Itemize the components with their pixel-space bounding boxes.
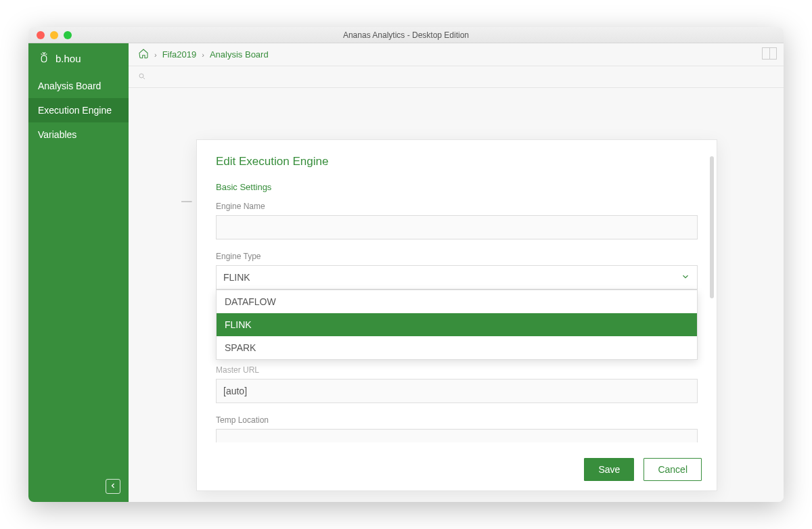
titlebar: Ananas Analytics - Desktop Edition [28, 27, 784, 43]
engine-name-label: Engine Name [216, 202, 698, 211]
pineapple-icon [38, 51, 50, 66]
sidebar-header[interactable]: b.hou [28, 43, 129, 74]
chevron-left-icon [109, 480, 117, 492]
below-dropdown: Master URL Temp Location [216, 365, 698, 442]
sidebar-collapse-button[interactable] [106, 479, 120, 494]
layout-toggle[interactable] [762, 47, 777, 60]
breadcrumb-item-page[interactable]: Analysis Board [210, 49, 269, 60]
maximize-window-button[interactable] [64, 31, 72, 39]
engine-type-select[interactable]: FLINK [216, 265, 698, 290]
option-label: FLINK [225, 319, 252, 330]
breadcrumb: › Fifa2019 › Analysis Board [129, 43, 784, 66]
option-label: DATAFLOW [225, 296, 276, 307]
sidebar-item-label: Execution Engine [38, 105, 112, 116]
close-window-button[interactable] [37, 31, 45, 39]
chevron-down-icon [681, 272, 690, 283]
breadcrumb-sep: › [202, 51, 204, 59]
modal-body: Edit Execution Engine Basic Settings Eng… [197, 140, 717, 448]
engine-type-option-dataflow[interactable]: DATAFLOW [217, 290, 697, 313]
cancel-button-label: Cancel [658, 464, 687, 475]
modal-title: Edit Execution Engine [216, 155, 698, 168]
svg-point-0 [139, 74, 143, 78]
content: – Edit Execution Engine Basic Settings E… [129, 88, 784, 502]
engine-type-option-spark[interactable]: SPARK [217, 336, 697, 359]
add-node-hint: – [181, 189, 192, 211]
breadcrumb-sep: › [154, 51, 157, 59]
engine-type-option-flink[interactable]: FLINK [217, 313, 697, 336]
engine-type-dropdown: DATAFLOW FLINK SPARK [216, 290, 698, 360]
modal-actions: Save Cancel [197, 448, 717, 490]
search-bar[interactable] [129, 66, 784, 88]
temp-location-input[interactable] [216, 429, 698, 442]
sidebar-item-execution-engine[interactable]: Execution Engine [28, 98, 129, 122]
breadcrumb-item-project[interactable]: Fifa2019 [162, 49, 197, 60]
cancel-button[interactable]: Cancel [644, 458, 702, 481]
engine-type-label: Engine Type [216, 252, 698, 261]
temp-location-label: Temp Location [216, 415, 698, 425]
save-button-label: Save [598, 464, 620, 475]
edit-execution-engine-modal: Edit Execution Engine Basic Settings Eng… [196, 139, 717, 491]
section-basic-settings: Basic Settings [216, 182, 698, 192]
traffic-lights [28, 31, 72, 39]
engine-name-input[interactable] [216, 215, 698, 239]
master-url-label: Master URL [216, 365, 698, 375]
minimize-window-button[interactable] [50, 31, 58, 39]
app-window: Ananas Analytics - Desktop Edition b.hou… [28, 27, 784, 502]
sidebar: b.hou Analysis Board Execution Engine Va… [28, 43, 129, 502]
sidebar-item-label: Variables [38, 129, 76, 140]
sidebar-item-label: Analysis Board [38, 80, 101, 91]
main-area: › Fifa2019 › Analysis Board – Edit Execu… [129, 43, 784, 502]
engine-type-selected: FLINK [223, 272, 250, 283]
master-url-input[interactable] [216, 379, 698, 403]
option-label: SPARK [225, 342, 256, 353]
sidebar-item-analysis-board[interactable]: Analysis Board [28, 74, 129, 98]
engine-type-select-wrap: FLINK DATAFLOW FLINK [216, 265, 698, 290]
sidebar-user: b.hou [55, 53, 81, 64]
app-body: b.hou Analysis Board Execution Engine Va… [28, 43, 784, 502]
search-icon [138, 71, 146, 83]
window-title: Ananas Analytics - Desktop Edition [28, 30, 784, 40]
sidebar-item-variables[interactable]: Variables [28, 122, 129, 147]
save-button[interactable]: Save [584, 458, 634, 481]
home-icon[interactable] [138, 48, 149, 61]
